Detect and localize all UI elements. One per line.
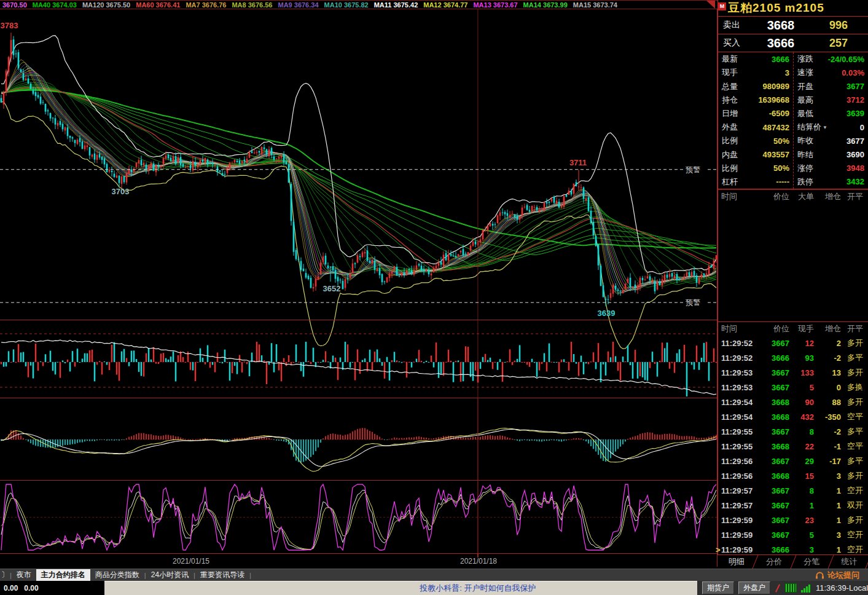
ask-qty: 996	[809, 19, 868, 32]
ma-legend-item: MA11 3675.42	[374, 1, 418, 9]
detail-tab-明细[interactable]: 明细	[717, 555, 755, 569]
trade-price: 3666	[759, 545, 789, 554]
quote-stat-label: 跌停	[797, 176, 813, 187]
trade-open-close: 空平	[841, 441, 868, 452]
chart-area[interactable]: 预警预警378337033652371136392021/01/152021/0…	[0, 9, 717, 567]
quote-stat-row: 涨跌-24/0.65%	[794, 52, 868, 66]
trade-time: 11:29:59	[718, 530, 759, 540]
quote-stat-label: 昨收	[797, 135, 813, 146]
partial-tab[interactable]: 〕	[0, 570, 10, 580]
tick-trade-row: 11:29:55366822-1空平	[718, 439, 868, 454]
column-header: 现手	[789, 323, 814, 334]
quote-stat-label: 外盘	[722, 122, 738, 133]
forum-link[interactable]: 论坛提问	[815, 570, 859, 581]
trade-oi-change: 1	[814, 516, 841, 525]
trade-price: 3667	[759, 339, 789, 348]
quote-stat-row: 比例50%	[718, 134, 793, 148]
trade-oi-change: -2	[814, 353, 841, 363]
trade-oi-change: 13	[814, 368, 841, 377]
trade-open-close: 多开	[841, 337, 868, 349]
trade-lots: 432	[789, 412, 814, 422]
detail-tab-分价[interactable]: 分价	[755, 555, 792, 569]
big-order-table[interactable]: 时间价位大单增仓开平	[718, 189, 868, 322]
ma-legend-item: MA60 3676.41	[136, 1, 180, 9]
market-tab[interactable]: 夜市	[12, 569, 36, 581]
trade-lots: 133	[789, 368, 814, 377]
ma-legend-item: MA9 3676.34	[278, 1, 318, 9]
quote-stat-value: 3690	[846, 150, 864, 159]
quote-stat-value: -----	[776, 177, 789, 186]
trade-open-close: 空开	[841, 485, 868, 496]
main-candle-panel[interactable]: 预警预警37833703365237113639	[0, 9, 717, 554]
overseas-account-button[interactable]: 外盘户	[738, 581, 770, 594]
tick-trade-row: 11:29:53366713313多开	[718, 365, 868, 380]
quote-stat-value: 3712	[846, 95, 864, 104]
ma-legend: 3670.50MA40 3674.03MA120 3675.50MA60 367…	[0, 1, 720, 9]
trade-price: 3667	[759, 501, 789, 510]
quote-stat-label: 现手	[722, 67, 738, 78]
column-header: 增仓	[814, 323, 841, 334]
detail-tab-统计[interactable]: 统计	[831, 555, 868, 569]
trade-oi-change: 88	[814, 398, 841, 407]
column-header: 价位	[759, 191, 789, 202]
market-tab[interactable]: 商品分类指数	[90, 569, 144, 581]
tick-trade-row: 11:29:59366753空开	[718, 527, 868, 542]
trade-open-close: 多平	[841, 455, 868, 467]
quote-stat-label: 比例	[722, 135, 738, 146]
settlement-dropdown-icon[interactable]: ▼	[823, 125, 827, 130]
trade-open-close: 多开	[841, 514, 868, 526]
ask-row[interactable]: 卖出 3668 996	[718, 17, 868, 34]
sub-panel-kdj[interactable]	[0, 481, 717, 553]
trade-oi-change: 1	[814, 545, 841, 554]
sub-panel-delta[interactable]	[0, 334, 717, 396]
quote-stat-row: 外盘487432	[718, 120, 793, 134]
trade-oi-change: 1	[814, 501, 841, 510]
trade-time: 11:29:56	[718, 471, 759, 481]
quote-stat-value: -24/0.65%	[828, 55, 864, 64]
quote-stat-value: 0.03%	[842, 68, 864, 77]
quote-stat-label: 涨跌	[797, 53, 813, 65]
trade-open-close: 多平	[841, 426, 868, 437]
alert-label: 预警	[686, 298, 700, 307]
price-chart[interactable]: 预警预警378337033652371136392021/01/152021/0…	[0, 9, 717, 567]
tick-trade-row: 11:29:563668153多开	[718, 468, 868, 483]
tick-trade-row: 11:29:593667231多开	[718, 513, 868, 527]
trade-open-close: 多开	[841, 470, 868, 481]
quote-stat-label: 昨结	[797, 149, 813, 160]
quote-stat-label: 速涨	[797, 67, 813, 78]
trade-oi-change: -350	[814, 412, 841, 422]
quote-stats-right: 涨跌-24/0.65%速涨0.03%开盘3677最高3712最低3639结算价▼…	[793, 52, 868, 189]
trade-lots: 3	[789, 545, 814, 554]
market-tab[interactable]: 重要资讯导读	[195, 569, 249, 581]
price-mark-label: 3639	[598, 309, 616, 318]
ma-legend-item: MA7 3676.76	[186, 1, 226, 9]
tick-trade-table[interactable]: 时间价位现手增仓开平 11:29:523667122多开11:29:523666…	[718, 322, 868, 557]
futures-account-button[interactable]: 期货户	[702, 581, 734, 594]
trade-oi-change: -2	[814, 427, 841, 436]
trade-open-close: 空开	[841, 529, 868, 540]
ma-legend-item: MA15 3673.74	[573, 1, 617, 9]
status-message[interactable]: 投教小科普: 开户时如何自我保护	[420, 583, 536, 594]
ma-legend-item: MA13 3673.67	[473, 1, 517, 9]
detail-tab-分笔[interactable]: 分笔	[793, 555, 831, 569]
sub-panel-macd[interactable]	[0, 399, 717, 480]
tick-trade-row: 11:29:57366781空开	[718, 483, 868, 498]
tick-trade-row: 11:29:57366711双开	[718, 498, 868, 513]
quote-stat-label: 涨停	[797, 163, 813, 174]
trade-time: 11:29:54	[718, 398, 759, 407]
date-axis[interactable]: 2021/01/152021/01/18	[0, 9, 717, 567]
quote-stat-row: 最高3712	[794, 93, 868, 107]
trade-price: 3667	[759, 427, 789, 436]
status-bar: 0.00 0.00 投教小科普: 开户时如何自我保护 期货户 外盘户 11:36…	[0, 581, 868, 595]
market-tab[interactable]: 24小时资讯	[146, 569, 194, 581]
ma-legend-item: MA12 3674.77	[423, 1, 467, 9]
column-header: 时间	[718, 323, 759, 334]
bid-row[interactable]: 买入 3666 257	[718, 34, 868, 52]
trade-lots: 15	[789, 471, 814, 481]
market-tab[interactable]: 主力合约排名	[36, 569, 90, 581]
forum-link-label: 论坛提问	[827, 570, 859, 581]
trade-time: 11:29:53	[718, 368, 759, 377]
instrument-title-row: M 豆粕2105 m2105	[718, 0, 868, 17]
big-order-header: 时间价位大单增仓开平	[718, 190, 868, 203]
quote-stat-row: 最新3666	[718, 52, 793, 66]
